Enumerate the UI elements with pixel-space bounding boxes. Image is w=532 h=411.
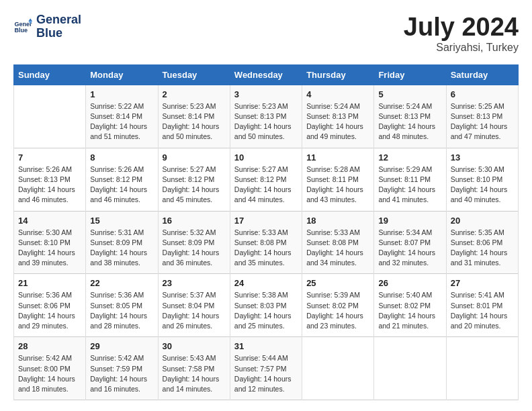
calendar-cell: 29Sunrise: 5:42 AMSunset: 7:59 PMDayligh… <box>86 337 158 400</box>
calendar-header-sunday: Sunday <box>14 64 86 85</box>
calendar-week-2: 7Sunrise: 5:26 AMSunset: 8:13 PMDaylight… <box>14 148 519 211</box>
calendar-cell: 26Sunrise: 5:40 AMSunset: 8:02 PMDayligh… <box>374 274 446 337</box>
calendar-cell: 9Sunrise: 5:27 AMSunset: 8:12 PMDaylight… <box>158 148 230 211</box>
logo-text-line1: General <box>36 13 81 27</box>
day-info: Sunrise: 5:28 AMSunset: 8:11 PMDaylight:… <box>306 165 369 205</box>
day-number: 12 <box>378 152 441 163</box>
day-number: 25 <box>306 278 369 288</box>
calendar-cell <box>14 85 86 148</box>
calendar-header-tuesday: Tuesday <box>158 64 230 85</box>
day-info: Sunrise: 5:30 AMSunset: 8:10 PMDaylight:… <box>451 165 514 205</box>
day-number: 18 <box>306 216 369 226</box>
calendar-week-3: 14Sunrise: 5:30 AMSunset: 8:10 PMDayligh… <box>14 211 519 274</box>
calendar-cell: 13Sunrise: 5:30 AMSunset: 8:10 PMDayligh… <box>446 148 518 211</box>
calendar-cell: 20Sunrise: 5:35 AMSunset: 8:06 PMDayligh… <box>446 211 518 274</box>
day-info: Sunrise: 5:30 AMSunset: 8:10 PMDaylight:… <box>18 228 81 269</box>
calendar-cell: 8Sunrise: 5:26 AMSunset: 8:12 PMDaylight… <box>86 148 158 211</box>
calendar-cell: 4Sunrise: 5:24 AMSunset: 8:13 PMDaylight… <box>302 85 374 148</box>
calendar-cell: 28Sunrise: 5:42 AMSunset: 8:00 PMDayligh… <box>14 337 86 400</box>
calendar-cell: 21Sunrise: 5:36 AMSunset: 8:06 PMDayligh… <box>14 274 86 337</box>
day-number: 10 <box>234 152 298 163</box>
calendar-header-row: SundayMondayTuesdayWednesdayThursdayFrid… <box>14 64 519 85</box>
calendar-cell: 25Sunrise: 5:39 AMSunset: 8:02 PMDayligh… <box>302 274 374 337</box>
calendar-cell: 24Sunrise: 5:38 AMSunset: 8:03 PMDayligh… <box>230 274 302 337</box>
calendar-cell: 18Sunrise: 5:33 AMSunset: 8:08 PMDayligh… <box>302 211 374 274</box>
day-info: Sunrise: 5:23 AMSunset: 8:13 PMDaylight:… <box>234 101 298 142</box>
calendar-week-1: 1Sunrise: 5:22 AMSunset: 8:14 PMDaylight… <box>14 85 519 148</box>
day-number: 8 <box>90 152 153 163</box>
calendar-header-thursday: Thursday <box>302 64 374 85</box>
calendar-cell: 14Sunrise: 5:30 AMSunset: 8:10 PMDayligh… <box>14 211 86 274</box>
logo-icon: General Blue <box>13 17 32 36</box>
logo: General Blue General Blue <box>13 13 81 40</box>
day-info: Sunrise: 5:33 AMSunset: 8:08 PMDaylight:… <box>306 228 369 269</box>
calendar-cell: 1Sunrise: 5:22 AMSunset: 8:14 PMDaylight… <box>86 85 158 148</box>
day-info: Sunrise: 5:44 AMSunset: 7:57 PMDaylight:… <box>234 353 298 394</box>
page-header: General Blue General Blue July 2024 Sari… <box>13 13 519 54</box>
day-number: 13 <box>451 152 514 163</box>
day-info: Sunrise: 5:33 AMSunset: 8:08 PMDaylight:… <box>234 228 298 269</box>
day-info: Sunrise: 5:42 AMSunset: 8:00 PMDaylight:… <box>18 353 81 394</box>
day-info: Sunrise: 5:27 AMSunset: 8:12 PMDaylight:… <box>163 165 226 205</box>
calendar-cell: 2Sunrise: 5:23 AMSunset: 8:14 PMDaylight… <box>158 85 230 148</box>
day-info: Sunrise: 5:26 AMSunset: 8:13 PMDaylight:… <box>18 165 81 205</box>
day-number: 17 <box>234 216 298 226</box>
day-number: 5 <box>378 89 441 99</box>
day-number: 1 <box>90 89 153 99</box>
calendar-week-4: 21Sunrise: 5:36 AMSunset: 8:06 PMDayligh… <box>14 274 519 337</box>
calendar-cell: 31Sunrise: 5:44 AMSunset: 7:57 PMDayligh… <box>230 337 302 400</box>
day-info: Sunrise: 5:26 AMSunset: 8:12 PMDaylight:… <box>90 165 153 205</box>
location-subtitle: Sariyahsi, Turkey <box>404 42 519 54</box>
calendar-cell: 16Sunrise: 5:32 AMSunset: 8:09 PMDayligh… <box>158 211 230 274</box>
day-number: 11 <box>306 152 369 163</box>
day-info: Sunrise: 5:24 AMSunset: 8:13 PMDaylight:… <box>378 101 441 142</box>
calendar-cell: 23Sunrise: 5:37 AMSunset: 8:04 PMDayligh… <box>158 274 230 337</box>
calendar-cell: 22Sunrise: 5:36 AMSunset: 8:05 PMDayligh… <box>86 274 158 337</box>
calendar-table: SundayMondayTuesdayWednesdayThursdayFrid… <box>13 64 519 400</box>
calendar-cell <box>374 337 446 400</box>
day-info: Sunrise: 5:35 AMSunset: 8:06 PMDaylight:… <box>451 228 514 269</box>
day-info: Sunrise: 5:37 AMSunset: 8:04 PMDaylight:… <box>163 290 226 331</box>
day-number: 6 <box>451 89 514 99</box>
calendar-cell: 5Sunrise: 5:24 AMSunset: 8:13 PMDaylight… <box>374 85 446 148</box>
calendar-cell: 3Sunrise: 5:23 AMSunset: 8:13 PMDaylight… <box>230 85 302 148</box>
day-number: 27 <box>451 278 514 288</box>
day-number: 23 <box>163 278 226 288</box>
month-title: July 2024 <box>404 13 519 42</box>
calendar-cell: 10Sunrise: 5:27 AMSunset: 8:12 PMDayligh… <box>230 148 302 211</box>
calendar-cell: 7Sunrise: 5:26 AMSunset: 8:13 PMDaylight… <box>14 148 86 211</box>
day-info: Sunrise: 5:41 AMSunset: 8:01 PMDaylight:… <box>451 290 514 331</box>
day-number: 19 <box>378 216 441 226</box>
calendar-cell: 27Sunrise: 5:41 AMSunset: 8:01 PMDayligh… <box>446 274 518 337</box>
day-number: 30 <box>163 341 226 351</box>
calendar-cell: 17Sunrise: 5:33 AMSunset: 8:08 PMDayligh… <box>230 211 302 274</box>
day-number: 22 <box>90 278 153 288</box>
logo-text-line2: Blue <box>36 27 81 40</box>
day-number: 31 <box>234 341 298 351</box>
day-number: 28 <box>18 341 81 351</box>
day-info: Sunrise: 5:42 AMSunset: 7:59 PMDaylight:… <box>90 353 153 394</box>
day-info: Sunrise: 5:23 AMSunset: 8:14 PMDaylight:… <box>163 101 226 142</box>
day-info: Sunrise: 5:36 AMSunset: 8:05 PMDaylight:… <box>90 290 153 331</box>
calendar-week-5: 28Sunrise: 5:42 AMSunset: 8:00 PMDayligh… <box>14 337 519 400</box>
day-number: 16 <box>163 216 226 226</box>
day-info: Sunrise: 5:39 AMSunset: 8:02 PMDaylight:… <box>306 290 369 331</box>
calendar-cell: 19Sunrise: 5:34 AMSunset: 8:07 PMDayligh… <box>374 211 446 274</box>
calendar-header-friday: Friday <box>374 64 446 85</box>
calendar-cell <box>302 337 374 400</box>
day-number: 2 <box>163 89 226 99</box>
day-info: Sunrise: 5:29 AMSunset: 8:11 PMDaylight:… <box>378 165 441 205</box>
calendar-cell: 30Sunrise: 5:43 AMSunset: 7:58 PMDayligh… <box>158 337 230 400</box>
day-number: 29 <box>90 341 153 351</box>
day-info: Sunrise: 5:40 AMSunset: 8:02 PMDaylight:… <box>378 290 441 331</box>
calendar-cell <box>446 337 518 400</box>
day-number: 15 <box>90 216 153 226</box>
calendar-header-saturday: Saturday <box>446 64 518 85</box>
calendar-cell: 15Sunrise: 5:31 AMSunset: 8:09 PMDayligh… <box>86 211 158 274</box>
calendar-header-wednesday: Wednesday <box>230 64 302 85</box>
day-info: Sunrise: 5:31 AMSunset: 8:09 PMDaylight:… <box>90 228 153 269</box>
day-number: 24 <box>234 278 298 288</box>
svg-text:Blue: Blue <box>14 27 28 34</box>
day-info: Sunrise: 5:27 AMSunset: 8:12 PMDaylight:… <box>234 165 298 205</box>
title-area: July 2024 Sariyahsi, Turkey <box>404 13 519 54</box>
